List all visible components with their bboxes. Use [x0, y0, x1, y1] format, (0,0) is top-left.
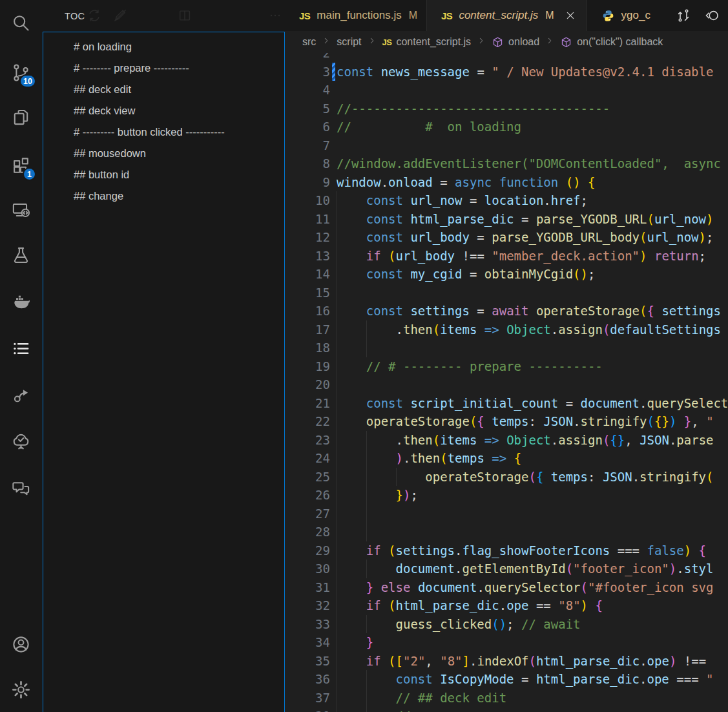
close-tab-icon[interactable]	[563, 8, 577, 23]
breadcrumb-item-1[interactable]: src	[302, 36, 316, 48]
line-number: 24	[286, 449, 330, 468]
breadcrumb-item-4[interactable]: onload	[492, 36, 539, 48]
code-line-2[interactable]: 2	[286, 53, 728, 63]
code-line-38[interactable]: 38//------------------------------------…	[286, 707, 728, 712]
code-line-26[interactable]: 26});	[286, 486, 728, 505]
activity-item-search[interactable]	[0, 6, 42, 39]
code-line-content	[337, 505, 728, 523]
indent-guide	[337, 284, 337, 302]
javascript-file-icon: JS	[441, 10, 452, 21]
tab-ygo_c[interactable]: ygo_c	[587, 0, 650, 31]
toc-item-5[interactable]: ## mousedown	[43, 143, 284, 164]
code-line-21[interactable]: 21const script_initial_count = document.…	[286, 394, 728, 413]
line-number: 3	[286, 63, 330, 81]
gutter-decoration	[330, 191, 337, 210]
code-line-23[interactable]: 23.then(items => Object.assign({}, JSON.…	[286, 431, 728, 450]
indent-guide	[337, 560, 337, 578]
activity-item-explorer[interactable]	[0, 100, 42, 134]
code-line-content: const my_cgid = obtainMyCgid();	[337, 265, 728, 284]
activity-item-docker[interactable]	[0, 285, 42, 319]
tab-content_script.js[interactable]: JScontent_script.jsM	[427, 0, 587, 31]
code-editor[interactable]: 23const news_message = " / New Updates@v…	[286, 53, 728, 712]
code-line-29[interactable]: 29if (settings.flag_showFooterIcons === …	[286, 541, 728, 560]
code-line-35[interactable]: 35if (["2", "8"].indexOf(html_parse_dic.…	[286, 652, 728, 671]
code-line-9[interactable]: 9window.onload = async function () {	[286, 173, 728, 192]
breadcrumb-item-2[interactable]: script	[337, 36, 361, 48]
edit-off-icon[interactable]	[113, 8, 129, 24]
code-line-15[interactable]: 15	[286, 284, 728, 302]
code-line-25[interactable]: 25operateStorage({ temps: JSON.stringify…	[286, 468, 728, 487]
account-icon	[11, 634, 31, 654]
toc-item-2[interactable]: ## deck edit	[43, 79, 284, 100]
code-line-31[interactable]: 31} else document.querySelector("#footer…	[286, 578, 728, 597]
breadcrumb-item-5[interactable]: on("click") callback	[560, 36, 663, 48]
breadcrumb-label: src	[302, 36, 316, 48]
code-line-30[interactable]: 30document.getElementById("footer_icon")…	[286, 560, 728, 578]
code-line-8[interactable]: 8//window.addEventListener("DOMContentLo…	[286, 154, 728, 173]
code-line-27[interactable]: 27	[286, 505, 728, 523]
activity-item-share[interactable]	[0, 378, 42, 412]
code-line-19[interactable]: 19// # -------- prepare ----------	[286, 357, 728, 376]
code-line-33[interactable]: 33guess_clicked(); // await	[286, 615, 728, 634]
activity-item-todo-tree[interactable]	[0, 424, 42, 458]
activity-item-extensions[interactable]: 1	[0, 149, 42, 182]
code-line-7[interactable]: 7	[286, 136, 728, 155]
code-line-11[interactable]: 11const html_parse_dic = parse_YGODB_URL…	[286, 210, 728, 229]
toc-item-3[interactable]: ## deck view	[43, 100, 284, 121]
code-line-18[interactable]: 18	[286, 339, 728, 357]
toc-item-7[interactable]: ## change	[43, 185, 284, 207]
code-line-content: operateStorage({ temps: JSON.stringify({…	[337, 412, 728, 431]
indent-guide	[337, 247, 337, 266]
breadcrumb-item-3[interactable]: JScontent_script.js	[382, 36, 472, 48]
line-number: 33	[286, 615, 330, 634]
code-line-content: // ## deck edit	[337, 689, 728, 707]
activity-item-settings[interactable]	[0, 673, 42, 706]
toc-item-1[interactable]: # -------- prepare ----------	[43, 58, 284, 79]
code-line-16[interactable]: 16const settings = await operateStorage(…	[286, 302, 728, 320]
line-number: 21	[286, 394, 330, 413]
open-changes-icon[interactable]	[674, 6, 693, 25]
activity-item-testing[interactable]	[0, 238, 42, 272]
code-line-28[interactable]: 28	[286, 523, 728, 541]
refresh-icon[interactable]	[87, 8, 103, 24]
code-line-37[interactable]: 37// ## deck edit	[286, 689, 728, 707]
activity-item-comments[interactable]	[0, 471, 42, 505]
more-actions-icon[interactable]	[268, 8, 284, 24]
code-line-36[interactable]: 36const IsCopyMode = html_parse_dic.ope …	[286, 670, 728, 689]
code-line-5[interactable]: 5//-----------------------------------	[286, 99, 728, 118]
code-line-3[interactable]: 3const news_message = " / New Updates@v2…	[286, 63, 728, 81]
git-modified-badge: M	[409, 10, 417, 21]
code-line-24[interactable]: 24).then(temps => {	[286, 449, 728, 468]
indent-guide	[337, 228, 337, 247]
code-line-12[interactable]: 12const url_body = parse_YGODB_URL_body(…	[286, 228, 728, 247]
activity-item-source-control[interactable]: 10	[0, 56, 42, 89]
indent-guide	[337, 394, 337, 413]
code-line-17[interactable]: 17.then(items => Object.assign(defaultSe…	[286, 320, 728, 339]
tab-main_functions.js[interactable]: JSmain_functions.jsM	[285, 0, 427, 31]
code-line-4[interactable]: 4	[286, 81, 728, 99]
code-line-content: //window.addEventListener("DOMContentLoa…	[337, 154, 728, 173]
code-line-10[interactable]: 10const url_now = location.href;	[286, 191, 728, 210]
code-line-20[interactable]: 20	[286, 375, 728, 394]
gutter-decoration	[330, 523, 337, 541]
code-line-34[interactable]: 34}	[286, 633, 728, 652]
split-icon[interactable]	[178, 8, 193, 24]
toc-item-0[interactable]: # on loading	[43, 36, 284, 58]
code-line-13[interactable]: 13if (url_body !== "member_deck.action")…	[286, 247, 728, 266]
open-preview-icon[interactable]	[702, 6, 722, 25]
indent-guide	[366, 707, 367, 712]
code-line-32[interactable]: 32if (html_parse_dic.ope == "8") {	[286, 596, 728, 615]
toc-item-4[interactable]: # --------- button clicked -----------	[43, 121, 284, 143]
code-line-6[interactable]: 6// # on loading	[286, 118, 728, 136]
activity-item-toc-list[interactable]	[0, 331, 42, 365]
activity-item-remote-explorer[interactable]	[0, 193, 42, 227]
code-line-content	[337, 81, 728, 99]
code-line-14[interactable]: 14const my_cgid = obtainMyCgid();	[286, 265, 728, 284]
line-number: 4	[286, 81, 330, 99]
indent-guide	[337, 541, 337, 560]
gutter-decoration	[330, 247, 337, 266]
code-line-22[interactable]: 22operateStorage({ temps: JSON.stringify…	[286, 412, 728, 431]
toc-item-6[interactable]: ## button id	[43, 164, 284, 185]
activity-item-account[interactable]	[0, 627, 42, 661]
line-number: 14	[286, 265, 330, 284]
